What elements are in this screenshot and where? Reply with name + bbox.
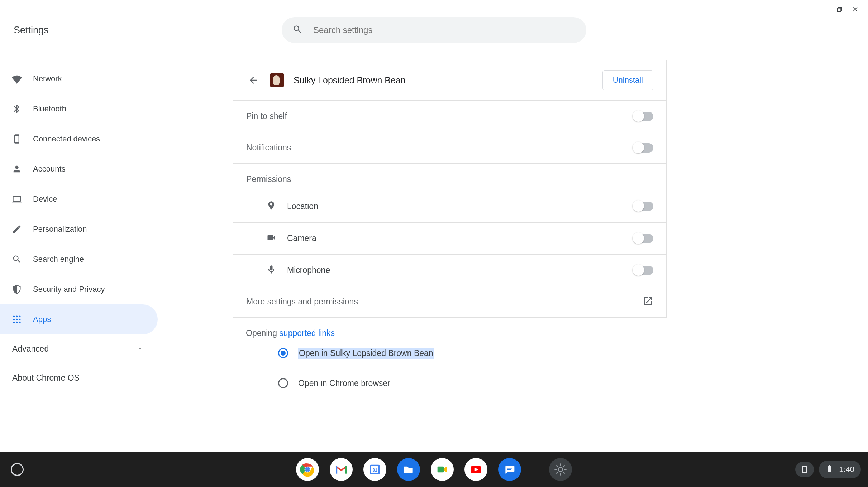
search-box[interactable] xyxy=(282,17,586,43)
shelf: 31 1:40 xyxy=(0,452,868,487)
svg-point-5 xyxy=(16,316,18,318)
svg-rect-24 xyxy=(438,467,444,473)
chevron-down-icon xyxy=(137,344,143,354)
sidebar-item-network[interactable]: Network xyxy=(0,64,158,94)
page-title: Settings xyxy=(14,24,49,35)
radio-open-in-app-label: Open in Sulky Lopsided Brown Bean xyxy=(298,348,434,359)
svg-point-28 xyxy=(558,467,563,472)
radio-open-in-chrome[interactable]: Open in Chrome browser xyxy=(246,368,654,398)
sidebar-item-label: Device xyxy=(33,194,57,204)
sidebar-item-search-engine[interactable]: Search engine xyxy=(0,244,158,274)
sidebar-item-label: Bluetooth xyxy=(33,104,66,114)
microphone-label: Microphone xyxy=(287,265,330,275)
shelf-app-messages[interactable] xyxy=(498,458,521,481)
edit-icon xyxy=(11,223,23,235)
microphone-toggle[interactable] xyxy=(633,266,653,275)
sidebar-advanced-toggle[interactable]: Advanced xyxy=(0,334,158,363)
svg-point-7 xyxy=(13,319,15,320)
person-icon xyxy=(11,163,23,175)
sidebar-item-label: Accounts xyxy=(33,164,66,174)
svg-point-12 xyxy=(19,322,21,323)
sidebar-item-device[interactable]: Device xyxy=(0,184,158,214)
sidebar-advanced-label: Advanced xyxy=(12,344,49,354)
shield-icon xyxy=(11,283,23,295)
sidebar-item-label: Apps xyxy=(33,315,51,324)
svg-line-35 xyxy=(563,465,565,467)
shelf-app-files[interactable] xyxy=(397,458,420,481)
svg-point-6 xyxy=(19,316,21,318)
svg-point-10 xyxy=(13,322,15,323)
svg-line-33 xyxy=(556,465,558,467)
opening-prefix: Opening xyxy=(246,328,279,338)
svg-rect-20 xyxy=(345,466,347,474)
location-icon xyxy=(266,201,276,212)
sidebar-item-label: Network xyxy=(33,74,62,83)
sidebar-item-label: Search engine xyxy=(33,255,84,264)
close-button[interactable] xyxy=(851,5,859,14)
shelf-app-youtube[interactable] xyxy=(464,458,487,481)
status-phone-hub[interactable] xyxy=(795,462,814,477)
svg-point-11 xyxy=(16,322,18,323)
search-icon xyxy=(11,253,23,265)
location-toggle[interactable] xyxy=(633,202,653,211)
search-input[interactable] xyxy=(313,25,576,35)
camera-label: Camera xyxy=(287,233,316,243)
app-detail-card: Sulky Lopsided Brown Bean Uninstall Pin … xyxy=(233,60,667,318)
supported-links-link[interactable]: supported links xyxy=(279,328,335,338)
minimize-button[interactable] xyxy=(819,5,828,14)
shelf-app-meet[interactable] xyxy=(431,458,454,481)
svg-point-4 xyxy=(13,316,15,318)
uninstall-button[interactable]: Uninstall xyxy=(602,70,653,90)
camera-icon xyxy=(266,233,276,244)
location-label: Location xyxy=(287,202,318,211)
sidebar-item-personalization[interactable]: Personalization xyxy=(0,214,158,244)
sidebar-item-security[interactable]: Security and Privacy xyxy=(0,274,158,304)
pin-to-shelf-toggle[interactable] xyxy=(633,112,653,121)
sidebar-item-label: Personalization xyxy=(33,225,87,234)
status-tray[interactable]: 1:40 xyxy=(819,461,861,478)
camera-toggle[interactable] xyxy=(633,234,653,243)
svg-line-34 xyxy=(563,472,565,474)
svg-text:31: 31 xyxy=(372,468,377,473)
notifications-label: Notifications xyxy=(246,143,291,153)
radio-open-in-app[interactable]: Open in Sulky Lopsided Brown Bean xyxy=(246,338,654,368)
header: Settings xyxy=(0,0,868,60)
svg-rect-19 xyxy=(336,466,337,474)
wifi-icon xyxy=(11,73,23,85)
sidebar-item-accounts[interactable]: Accounts xyxy=(0,154,158,184)
phone-icon xyxy=(11,133,23,145)
radio-open-in-chrome-label: Open in Chrome browser xyxy=(298,378,390,388)
laptop-icon xyxy=(11,193,23,205)
open-external-icon xyxy=(643,296,653,308)
notifications-toggle[interactable] xyxy=(633,143,653,153)
search-icon xyxy=(292,24,302,36)
permissions-section-title: Permissions xyxy=(233,163,666,191)
radio-unchecked-icon xyxy=(278,378,288,388)
clock: 1:40 xyxy=(839,465,854,474)
svg-point-17 xyxy=(306,468,309,471)
sidebar-item-connected-devices[interactable]: Connected devices xyxy=(0,124,158,154)
sidebar-item-label: Security and Privacy xyxy=(33,285,105,294)
sidebar-item-bluetooth[interactable]: Bluetooth xyxy=(0,94,158,124)
more-settings-label: More settings and permissions xyxy=(246,297,358,307)
shelf-app-calendar[interactable]: 31 xyxy=(363,458,386,481)
restore-button[interactable] xyxy=(835,5,844,14)
svg-rect-1 xyxy=(837,8,841,12)
launcher-button[interactable] xyxy=(11,463,24,476)
svg-line-36 xyxy=(556,472,558,474)
app-icon xyxy=(270,73,284,87)
shelf-app-chrome[interactable] xyxy=(296,458,319,481)
bluetooth-icon xyxy=(11,103,23,115)
shelf-separator xyxy=(535,459,535,479)
radio-checked-icon xyxy=(278,348,288,358)
back-button[interactable] xyxy=(246,73,261,87)
battery-icon xyxy=(825,464,834,475)
sidebar-item-about[interactable]: About Chrome OS xyxy=(0,363,158,392)
more-settings-row[interactable]: More settings and permissions xyxy=(233,286,666,317)
pin-to-shelf-label: Pin to shelf xyxy=(246,111,287,121)
apps-grid-icon xyxy=(11,313,23,326)
shelf-app-settings[interactable] xyxy=(549,458,572,481)
shelf-app-gmail[interactable] xyxy=(330,458,353,481)
sidebar-item-apps[interactable]: Apps xyxy=(0,304,158,334)
app-name: Sulky Lopsided Brown Bean xyxy=(294,75,593,86)
